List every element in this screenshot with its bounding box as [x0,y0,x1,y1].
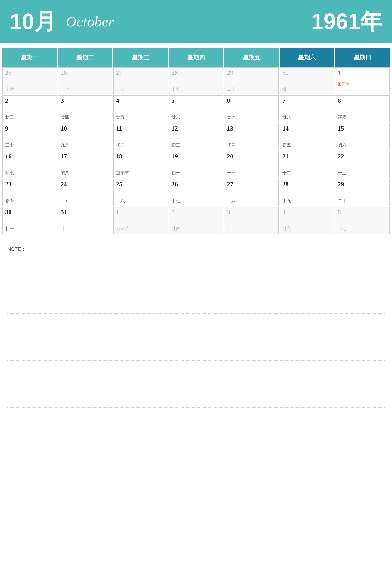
cal-cell-26: 21十二 [280,151,334,178]
lunar-date: 十七 [171,198,180,204]
cal-cell-41: 5廿七 [335,207,390,234]
calendar-grid: 25十六26十七27十八28十九29二十30廿一1国庆节2廿三3廿四4廿五5廿六… [0,67,392,234]
day-header-5: 星期六 [280,48,334,66]
note-line [7,396,385,408]
cal-cell-33: 28十九 [280,179,334,206]
cal-cell-6: 1国庆节 [335,67,390,94]
note-line [7,326,385,337]
cal-cell-36: 31廿二 [58,207,112,234]
lunar-date: 十九 [171,86,180,92]
day-headers: 星期一星期二星期三星期四星期五星期六星期日 [0,48,392,66]
day-number: 6 [227,98,276,104]
lunar-date: 十六 [5,86,14,92]
day-number: 31 [61,209,110,215]
note-line [7,290,385,302]
cal-cell-28: 23霜降 [2,179,57,206]
note-line [7,349,385,361]
calendar-wrapper: 星期一星期二星期三星期四星期五星期六星期日 25十六26十七27十八28十九29… [0,43,392,239]
day-number: 21 [282,153,331,160]
cal-cell-23: 18重阳节 [113,151,168,178]
cal-cell-34: 29二十 [335,179,390,206]
note-line [7,255,385,267]
note-line [7,302,385,314]
cal-cell-11: 6廿七 [224,95,279,122]
lunar-date: 廿五 [227,226,236,232]
lunar-date: 廿七 [227,114,236,120]
cal-cell-38: 2廿四 [169,207,223,234]
day-header-6: 星期日 [335,48,390,66]
cal-cell-21: 16初七 [2,151,57,178]
cal-cell-14: 9三十 [2,123,57,150]
lunar-date: 三十 [5,142,14,148]
lunar-date: 初八 [61,170,69,176]
day-header-3: 星期四 [169,48,223,66]
cal-cell-31: 26十七 [169,179,223,206]
cal-cell-1: 26十七 [58,67,112,94]
day-number: 18 [116,153,165,160]
cal-cell-24: 19初十 [169,151,223,178]
note-line [7,372,385,384]
lunar-date: 廿二 [61,226,69,232]
holiday-label: 国庆节 [338,82,350,87]
day-number: 22 [338,153,387,160]
lunar-date: 十八 [227,198,236,204]
day-number: 14 [282,125,331,132]
cal-cell-5: 30廿一 [280,67,334,94]
cal-cell-19: 14初五 [280,123,334,150]
lunar-date: 廿六 [171,114,180,120]
note-line [7,408,385,419]
day-header-4: 星期五 [224,48,279,66]
day-number: 7 [282,98,331,104]
lunar-date: 廿四 [171,226,180,232]
cal-cell-4: 29二十 [224,67,279,94]
day-number: 13 [227,125,276,132]
day-number: 1 [116,209,165,215]
day-number: 29 [227,70,276,76]
lunar-date: 廿三 [5,114,14,120]
day-number: 8 [338,98,387,104]
day-number: 11 [116,125,165,132]
cal-cell-35: 30廿一 [2,207,57,234]
day-number: 1 [338,70,387,76]
lunar-date: 寒露 [338,114,347,120]
day-number: 16 [5,153,54,160]
day-number: 12 [171,125,221,132]
cal-cell-30: 25十六 [113,179,168,206]
day-number: 30 [282,70,331,76]
day-number: 28 [171,70,221,76]
lunar-date: 九月 [61,142,69,148]
cal-cell-20: 15初六 [335,123,390,150]
day-number: 25 [5,70,54,76]
lunar-date: 初五 [282,142,291,148]
day-number: 30 [5,209,54,215]
month-en: October [66,13,114,30]
cal-cell-25: 20十一 [224,151,279,178]
lunar-date: 十七 [61,86,69,92]
day-header-0: 星期一 [2,48,57,66]
day-number: 20 [227,153,276,160]
lunar-date: 十八 [116,86,125,92]
lunar-date: 廿五 [116,114,125,120]
day-number: 10 [61,125,110,132]
lunar-date: 十一 [227,170,236,176]
day-number: 4 [116,98,165,104]
day-number: 26 [171,181,221,188]
cal-cell-40: 4廿六 [280,207,334,234]
lunar-date: 初二 [116,142,125,148]
note-section: NOTE： [2,246,390,419]
note-line [7,361,385,372]
lunar-date: 廿七 [338,226,347,232]
cal-cell-8: 3廿四 [58,95,112,122]
lunar-date: 二十 [338,198,347,204]
day-number: 17 [61,153,110,160]
month-zh: 10月 [10,7,56,37]
lunar-date: 重阳节 [116,170,129,176]
day-number: 25 [116,181,165,188]
day-number: 15 [338,125,387,132]
cal-cell-2: 27十八 [113,67,168,94]
note-label: NOTE： [7,246,385,253]
cal-cell-27: 22十三 [335,151,390,178]
day-number: 23 [5,181,54,188]
cal-cell-10: 5廿六 [169,95,223,122]
cal-cell-0: 25十六 [2,67,57,94]
